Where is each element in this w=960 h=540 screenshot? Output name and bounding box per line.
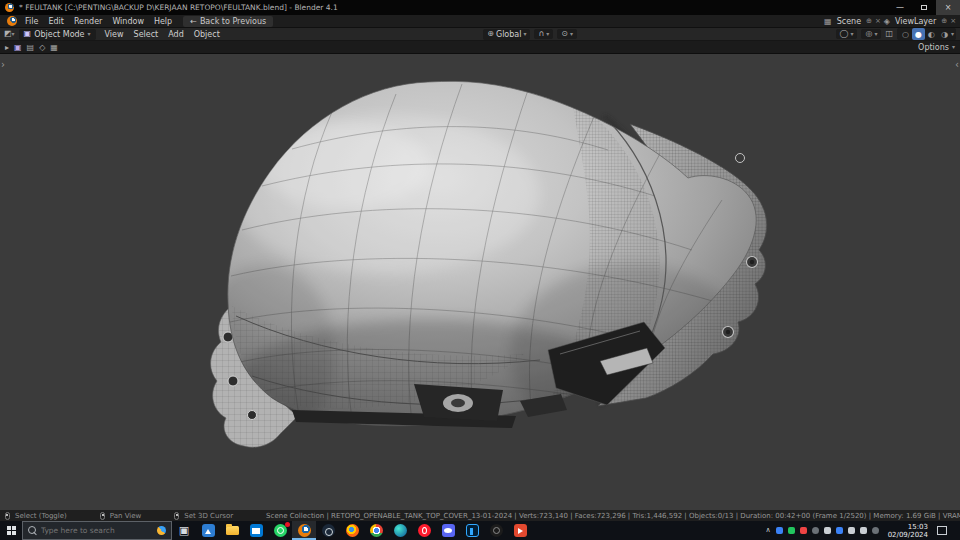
taskbar-app-steam[interactable]	[316, 521, 340, 540]
window-controls: — ×	[888, 0, 960, 15]
proportional-edit-icon: ⊙	[561, 30, 568, 38]
camera-icon	[490, 524, 503, 537]
task-view-icon: ▣	[179, 525, 189, 536]
maximize-button[interactable]	[912, 0, 936, 15]
scene-selector[interactable]: Scene	[835, 17, 863, 26]
unlink-scene-icon[interactable]: ×	[875, 17, 881, 25]
menu-help[interactable]: Help	[149, 17, 177, 26]
taskbar-search[interactable]	[22, 521, 172, 540]
shading-rendered-button[interactable]: ◑	[938, 28, 951, 40]
network-icon[interactable]	[848, 527, 855, 534]
back-to-previous-label: Back to Previous	[200, 17, 266, 26]
gizmo-dropdown[interactable]: ◯ ▾	[836, 29, 858, 39]
fuel-tank-model	[0, 54, 960, 510]
viewlayer-icon: ◈	[884, 17, 890, 26]
taskbar-app-mail[interactable]	[244, 521, 268, 540]
shading-wireframe-button[interactable]: ○	[899, 28, 912, 40]
antivirus-icon[interactable]	[788, 527, 795, 534]
opera-icon	[418, 524, 431, 537]
blender-app-menu-icon[interactable]	[7, 16, 17, 26]
editor-type-icon[interactable]: ◩	[4, 30, 12, 38]
tool-settings-bar: ▸ ▣ ▤ ◇ ▦ Options ▾	[0, 41, 960, 54]
transform-orientation-dropdown[interactable]: ⊕ Global ▾	[483, 29, 530, 40]
menu-edit[interactable]: Edit	[43, 17, 69, 26]
volume-icon[interactable]	[860, 527, 867, 534]
topbar: File Edit Render Window Help ← Back to P…	[0, 15, 960, 28]
3d-viewport[interactable]: › ‹	[0, 54, 960, 510]
shading-solid-button[interactable]: ●	[912, 28, 925, 40]
menu-object[interactable]: Object	[189, 30, 225, 39]
menu-file[interactable]: File	[20, 17, 43, 26]
editor-type-chevron-icon[interactable]: ▾	[12, 31, 15, 37]
viewlayer-selector[interactable]: ViewLayer	[893, 17, 938, 26]
active-tool-icon[interactable]: ▸	[5, 43, 9, 52]
left-mouse-icon	[5, 512, 10, 520]
window-titlebar[interactable]: * FEULTANK [C:\PENTING\BACKUP D\KERJAAN …	[0, 0, 960, 15]
shading-material-button[interactable]: ◐	[925, 28, 938, 40]
xray-toggle-icon[interactable]: ◫	[885, 30, 893, 38]
start-button[interactable]	[0, 521, 22, 540]
taskbar-app-firefox[interactable]	[340, 521, 364, 540]
snap-toggle[interactable]: ∩ ▾	[534, 29, 553, 39]
task-view-button[interactable]: ▣	[172, 521, 196, 540]
remove-viewlayer-icon[interactable]: ×	[950, 17, 956, 25]
snap-chevron-icon: ▾	[546, 31, 549, 37]
menu-render[interactable]: Render	[69, 17, 107, 26]
tray-expand-icon[interactable]: ∧	[766, 527, 771, 534]
overlays-chevron-icon: ▾	[874, 31, 877, 37]
display-driver-icon[interactable]	[836, 527, 843, 534]
new-scene-icon[interactable]: ⊕	[866, 17, 872, 25]
close-button[interactable]: ×	[936, 0, 960, 15]
orientation-chevron-icon: ▾	[523, 31, 526, 37]
taskbar-clock[interactable]: 15:03 02/09/2024	[884, 523, 932, 539]
menu-select[interactable]: Select	[129, 30, 164, 39]
sidebar-expand-icon[interactable]: ‹	[955, 59, 959, 70]
file-explorer-icon	[226, 526, 239, 535]
usb-icon[interactable]	[824, 527, 831, 534]
taskbar-app-camera[interactable]	[484, 521, 508, 540]
battery-icon[interactable]	[872, 527, 879, 534]
taskbar-app-blender[interactable]	[292, 521, 316, 540]
mesh-data-icon[interactable]: ▣	[14, 43, 22, 52]
proportional-edit-toggle[interactable]: ⊙ ▾	[557, 29, 577, 39]
taskbar-app-discord[interactable]	[436, 521, 460, 540]
minimize-button[interactable]: —	[888, 0, 912, 15]
menu-view[interactable]: View	[100, 30, 129, 39]
mode-selector-label: Object Mode	[34, 30, 84, 39]
blender-window: * FEULTANK [C:\PENTING\BACKUP D\KERJAAN …	[0, 0, 960, 540]
shading-chevron-icon[interactable]: ▾	[951, 31, 954, 37]
shading-mode-group: ○ ● ◐ ◑ ▾	[897, 28, 956, 40]
bluetooth-icon[interactable]	[812, 527, 819, 534]
windows-logo-icon	[7, 526, 16, 535]
taskbar-app-file-explorer[interactable]	[220, 521, 244, 540]
new-viewlayer-icon[interactable]: ⊕	[941, 17, 947, 25]
back-to-previous-button[interactable]: ← Back to Previous	[183, 16, 273, 27]
options-label: Options	[918, 43, 949, 52]
taskbar-app-photos[interactable]	[196, 521, 220, 540]
photoshop-icon	[466, 524, 479, 537]
taskbar-app-edge[interactable]	[388, 521, 412, 540]
overlays-dropdown[interactable]: ◎ ▾	[861, 29, 881, 39]
menu-add[interactable]: Add	[163, 30, 189, 39]
search-input[interactable]	[41, 526, 153, 535]
options-dropdown[interactable]: Options ▾	[918, 43, 955, 52]
action-center-icon[interactable]	[937, 526, 947, 535]
overlay-grid-icon[interactable]: ▤	[27, 43, 35, 52]
taskbar-app-photoshop[interactable]	[460, 521, 484, 540]
menu-window[interactable]: Window	[107, 17, 149, 26]
taskbar-app-whatsapp[interactable]	[268, 521, 292, 540]
gizmo-chevron-icon: ▾	[850, 31, 853, 37]
update-icon[interactable]	[800, 527, 807, 534]
viewport-header-right: ◯ ▾ ◎ ▾ ◫ ○ ● ◐ ◑ ▾	[836, 28, 956, 40]
toolbar-expand-icon[interactable]: ›	[1, 59, 5, 70]
taskbar-app-opera[interactable]	[412, 521, 436, 540]
mode-selector[interactable]: ▣ Object Mode ▾	[19, 29, 96, 40]
taskbar-app-chrome[interactable]	[364, 521, 388, 540]
material-icon[interactable]: ◇	[39, 43, 45, 52]
texture-icon[interactable]: ▦	[50, 43, 58, 52]
chrome-icon	[370, 524, 383, 537]
gizmo-icon: ◯	[840, 30, 849, 38]
media-player-icon	[514, 524, 527, 537]
taskbar-app-media-player[interactable]	[508, 521, 532, 540]
onedrive-icon[interactable]	[776, 527, 783, 534]
